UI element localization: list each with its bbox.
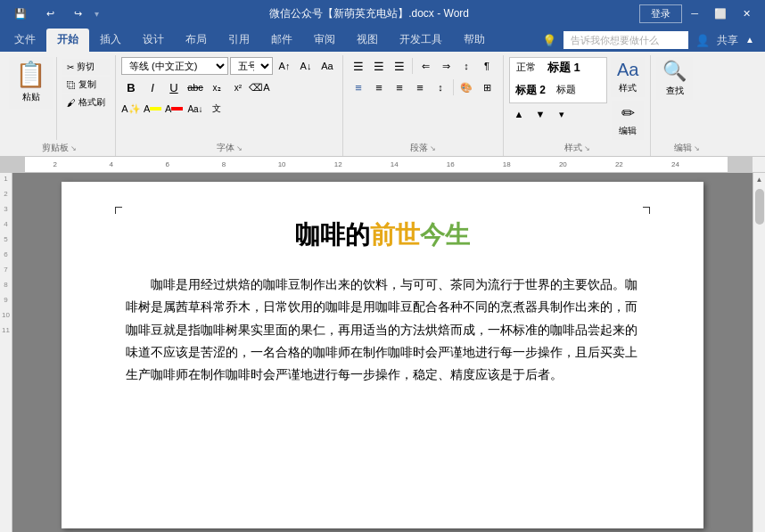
decrease-font-button[interactable]: A↓ (296, 57, 316, 75)
font-label: 字体 ↘ (121, 140, 337, 156)
save-icon[interactable]: 💾 (7, 4, 34, 23)
tab-help[interactable]: 帮助 (453, 29, 496, 52)
tab-home[interactable]: 开始 (46, 29, 89, 52)
editing-button[interactable]: ✏ 编辑 (612, 101, 644, 140)
number-list-button[interactable]: ☰ (369, 57, 389, 75)
style-heading1[interactable]: 标题 1 (542, 58, 586, 81)
underline-button[interactable]: U (164, 78, 184, 96)
subscript-button[interactable]: x₂ (207, 78, 226, 96)
styles-pane-button[interactable]: Aa 样式 (611, 57, 645, 97)
decrease-indent-button[interactable]: ⇐ (415, 57, 435, 75)
tell-me-area: 💡 告诉我你想要做什么 👤 共享 (542, 31, 738, 52)
document-body[interactable]: 咖啡是用经过烘焙的咖啡豆制作出来的饮料，与可可、茶同为流行于世界的主要饮品。咖啡… (126, 274, 639, 386)
line-spacing-button[interactable]: ↕ (431, 78, 450, 96)
style-heading2[interactable]: 标题 2 (510, 81, 551, 103)
style-normal[interactable]: 正常 (510, 58, 542, 81)
sort-button[interactable]: ↕ (457, 57, 476, 75)
tell-me-placeholder: 告诉我你想要做什么 (571, 34, 659, 47)
scissors-icon: ✂ (67, 62, 74, 72)
text-effect-button[interactable]: A✨ (121, 100, 141, 118)
paste-icon: 📋 (15, 60, 46, 89)
lightbulb-icon: 💡 (542, 34, 556, 47)
scroll-thumb[interactable] (755, 189, 764, 225)
align-right-button[interactable]: ≡ (390, 78, 409, 96)
style-scroll-up[interactable]: ▲ (509, 105, 529, 123)
bold-button[interactable]: B (121, 78, 141, 96)
style-gallery: 正常 标题 1 标题 2 标题 (509, 57, 607, 103)
styles-expand[interactable]: ↘ (584, 144, 590, 152)
ruler-right-margin (728, 157, 753, 172)
undo-icon[interactable]: ↩ (39, 4, 62, 23)
editing-label: 编辑 ↘ (656, 140, 717, 156)
tell-me-input[interactable]: 告诉我你想要做什么 (563, 31, 688, 49)
change-case-button[interactable]: Aa (317, 57, 337, 75)
editing-expand[interactable]: ↘ (694, 144, 700, 152)
document-page[interactable]: 咖啡的前世今生 咖啡是用经过烘焙的咖啡豆制作出来的饮料，与可可、茶同为流行于世界… (62, 182, 703, 528)
font-color-button[interactable]: A (164, 100, 184, 118)
font-shrink-button[interactable]: Aa↓ (185, 100, 205, 118)
align-center-button[interactable]: ≡ (369, 78, 389, 96)
tab-view[interactable]: 视图 (346, 29, 389, 52)
paragraph-group: ☰ ☰ ☰ ⇐ ⇒ ↕ ¶ ≡ ≡ ≡ ≡ ↕ 🎨 ⊞ (343, 55, 504, 156)
shading-button[interactable]: 🎨 (457, 78, 476, 96)
document-canvas: 咖啡的前世今生 咖啡是用经过烘焙的咖啡豆制作出来的饮料，与可可、茶同为流行于世界… (12, 173, 753, 532)
font-name-select[interactable]: 等线 (中文正文) (121, 57, 228, 75)
tab-developer[interactable]: 开发工具 (389, 29, 453, 52)
login-button[interactable]: 登录 (639, 4, 682, 23)
style-arrows: ▲ ▼ ▾ (509, 105, 607, 123)
document-title: 咖啡的前世今生 (126, 217, 639, 252)
redo-icon[interactable]: ↪ (67, 4, 89, 23)
style-dropdown[interactable]: ▾ (552, 105, 572, 123)
tab-review[interactable]: 审阅 (303, 29, 346, 52)
vertical-ruler: 1 2 3 4 5 6 7 8 9 10 11 (0, 173, 12, 532)
ribbon-tabs: 文件 开始 插入 设计 布局 引用 邮件 审阅 视图 开发工具 帮助 💡 告诉我… (0, 27, 765, 52)
format-painter-button[interactable]: 🖌 格式刷 (62, 94, 110, 110)
close-button[interactable]: ✕ (736, 4, 758, 23)
clipboard-group: 📋 粘贴 ✂ 剪切 ⿻ 复制 🖌 格式刷 (4, 55, 116, 156)
document-area-wrapper: 1 2 3 4 5 6 7 8 9 10 11 咖啡的前世今生 咖啡是用经过烘焙… (0, 173, 765, 532)
text-highlight-button[interactable]: A (143, 100, 162, 118)
horizontal-ruler: 2 4 6 8 10 12 14 16 18 20 22 24 (0, 157, 765, 173)
clear-format-button[interactable]: ⌫A (250, 78, 269, 96)
superscript-button[interactable]: x² (228, 78, 248, 96)
font-expand[interactable]: ↘ (236, 144, 243, 152)
font-group: 等线 (中文正文) 五号 A↑ A↓ Aa B I U abc x₂ x² (116, 55, 343, 156)
increase-font-button[interactable]: A↑ (275, 57, 294, 75)
clipboard-expand[interactable]: ↘ (70, 144, 77, 152)
italic-button[interactable]: I (143, 78, 162, 96)
tab-layout[interactable]: 布局 (175, 29, 218, 52)
scroll-up-button[interactable]: ▲ (753, 173, 766, 185)
tab-mailings[interactable]: 邮件 (260, 29, 303, 52)
cut-button[interactable]: ✂ 剪切 (62, 59, 110, 75)
tab-references[interactable]: 引用 (218, 29, 260, 52)
align-left-button[interactable]: ≡ (349, 78, 368, 96)
margin-marker-tr (643, 207, 650, 214)
ribbon: 📋 粘贴 ✂ 剪切 ⿻ 复制 🖌 格式刷 (0, 52, 765, 157)
copy-button[interactable]: ⿻ 复制 (62, 77, 110, 93)
minimize-button[interactable]: ─ (684, 4, 705, 23)
tab-file[interactable]: 文件 (4, 29, 46, 52)
paragraph-expand[interactable]: ↘ (430, 144, 436, 152)
ribbon-collapse-button[interactable]: ▲ (738, 29, 761, 49)
phonetic-button[interactable]: 文 (207, 100, 226, 118)
copy-icon: ⿻ (67, 80, 76, 90)
style-scroll-down[interactable]: ▼ (531, 105, 550, 123)
multi-level-list-button[interactable]: ☰ (390, 57, 409, 75)
font-size-select[interactable]: 五号 (230, 57, 273, 75)
tab-design[interactable]: 设计 (132, 29, 175, 52)
increase-indent-button[interactable]: ⇒ (436, 57, 456, 75)
styles-label: 样式 ↘ (509, 140, 645, 156)
strikethrough-button[interactable]: abc (185, 78, 205, 96)
paste-button[interactable]: 📋 粘贴 (9, 57, 53, 109)
show-marks-button[interactable]: ¶ (477, 57, 497, 75)
tab-insert[interactable]: 插入 (89, 29, 132, 52)
restore-button[interactable]: ⬜ (707, 4, 734, 23)
bullet-list-button[interactable]: ☰ (349, 57, 368, 75)
align-justify-button[interactable]: ≡ (410, 78, 430, 96)
border-button[interactable]: ⊞ (477, 78, 497, 96)
style-title[interactable]: 标题 (551, 81, 581, 103)
share-label[interactable]: 共享 (717, 33, 738, 48)
find-button[interactable]: 🔍 查找 (656, 57, 693, 100)
edit-icon: ✏ (621, 103, 635, 123)
margin-marker-tl (115, 207, 122, 214)
